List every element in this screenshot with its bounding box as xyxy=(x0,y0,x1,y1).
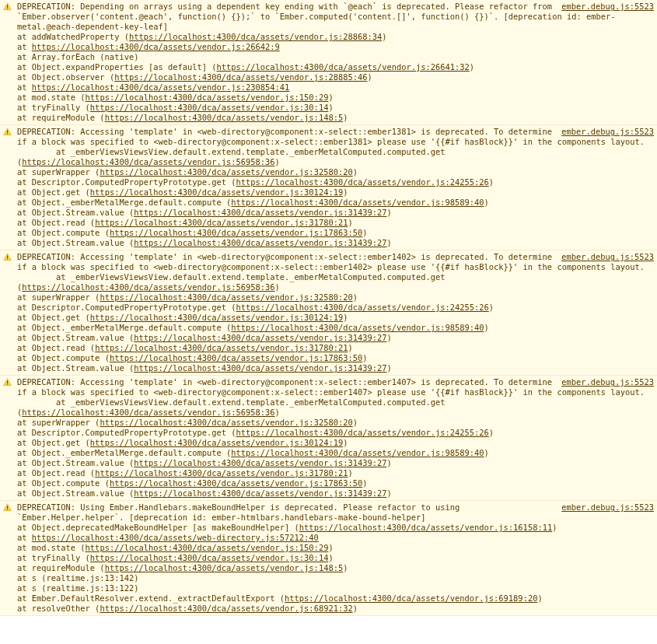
console-warning-entry: ember.debug.js:5523DEPRECATION: Accessin… xyxy=(0,376,657,501)
warning-icon xyxy=(3,2,12,11)
stack-link[interactable]: https://localhost:4300/dca/assets/vendor… xyxy=(105,563,344,572)
stack-frame: at _emberViewsViewsView.default.extend.t… xyxy=(17,272,654,292)
stack-fn: resolveOther xyxy=(32,604,90,613)
stack-link[interactable]: https://localhost:4300/dca/assets/vendor… xyxy=(134,363,386,373)
stack-fn: s (realtime.js:13:122) xyxy=(32,583,139,593)
stack-link[interactable]: https://localhost:4300/dca/assets/vendor… xyxy=(231,323,484,332)
stack-frame: at Object.compute (https://localhost:430… xyxy=(17,478,654,488)
stack-link[interactable]: https://localhost:4300/dca/assets/vendor… xyxy=(86,543,329,552)
svg-rect-1 xyxy=(7,5,8,7)
stack-frame: at s (realtime.js:13:142) xyxy=(17,573,654,583)
stack-link[interactable]: https://localhost:4300/dca/assets/vendor… xyxy=(110,478,362,488)
console-warning-entry: ember.debug.js:5523DEPRECATION: Accessin… xyxy=(0,250,657,376)
stack-fn: Object.compute xyxy=(32,353,100,362)
stack-link[interactable]: https://localhost:4300/dca/assets/vendor… xyxy=(236,428,489,437)
message-source-link[interactable]: ember.debug.js:5523 xyxy=(561,2,654,12)
console-warning-entry: ember.debug.js:5523DEPRECATION: Accessin… xyxy=(0,125,657,250)
stack-link[interactable]: https://localhost:4300/dca/assets/vendor… xyxy=(22,408,274,417)
stack-link[interactable]: https://localhost:4300/dca/assets/vendor… xyxy=(90,438,343,447)
stack-frame: at https://localhost:4300/dca/assets/ven… xyxy=(17,82,654,93)
svg-rect-14 xyxy=(7,509,8,510)
stack-link[interactable]: https://localhost:4300/dca/assets/vendor… xyxy=(134,208,386,217)
stack-frame: at Object.compute (https://localhost:430… xyxy=(17,228,654,238)
svg-rect-5 xyxy=(7,134,8,135)
stack-fn: s (realtime.js:13:142) xyxy=(32,573,139,583)
stack-link[interactable]: https://localhost:4300/dca/assets/vendor… xyxy=(299,523,552,532)
svg-rect-2 xyxy=(7,9,8,9)
stack-fn: Object.get xyxy=(32,438,81,447)
stack-link[interactable]: https://localhost:4300/dca/assets/vendor… xyxy=(32,82,290,92)
stack-link[interactable]: https://localhost:4300/dca/assets/vendor… xyxy=(32,42,280,51)
stack-link[interactable]: https://localhost:4300/dca/assets/vendor… xyxy=(100,418,352,427)
stack-link[interactable]: https://localhost:4300/dca/assets/vendor… xyxy=(236,303,489,312)
stack-link[interactable]: https://localhost:4300/dca/assets/web-di… xyxy=(32,533,319,542)
stack-frame: at tryFinally (https://localhost:4300/dc… xyxy=(17,103,654,113)
stack-frame: at s (realtime.js:13:122) xyxy=(17,583,654,593)
stack-link[interactable]: https://localhost:4300/dca/assets/vendor… xyxy=(22,282,274,292)
svg-rect-13 xyxy=(7,506,8,508)
message-source-link[interactable]: ember.debug.js:5523 xyxy=(561,127,654,137)
stack-fn: mod.state xyxy=(32,93,75,102)
stack-link[interactable]: https://localhost:4300/dca/assets/vendor… xyxy=(134,238,386,247)
stack-link[interactable]: https://localhost:4300/dca/assets/vendor… xyxy=(90,103,329,112)
console-panel: ember.debug.js:5523DEPRECATION: Dependin… xyxy=(0,0,657,616)
stack-link[interactable]: https://localhost:4300/dca/assets/vendor… xyxy=(100,167,352,177)
stack-fn: mod.state xyxy=(32,543,75,552)
stack-link[interactable]: https://localhost:4300/dca/assets/vendor… xyxy=(114,72,367,82)
stack-fn: Object.compute xyxy=(32,478,100,488)
stack-link[interactable]: https://localhost:4300/dca/assets/vendor… xyxy=(22,157,274,166)
stack-fn: addWatchedProperty xyxy=(32,32,120,41)
stack-fn: requireModule xyxy=(32,563,95,572)
stack-link[interactable]: https://localhost:4300/dca/assets/vendor… xyxy=(95,468,348,478)
stack-link[interactable]: https://localhost:4300/dca/assets/vendor… xyxy=(105,113,344,122)
stack-frame: at Ember.DefaultResolver.extend._extract… xyxy=(17,593,654,604)
stack-frame: at Object.Stream.value (https://localhos… xyxy=(17,488,654,499)
stack-frame: at tryFinally (https://localhost:4300/dc… xyxy=(17,553,654,563)
warning-icon xyxy=(3,253,12,261)
stack-frame: at addWatchedProperty (https://localhost… xyxy=(17,32,654,42)
stack-link[interactable]: https://localhost:4300/dca/assets/vendor… xyxy=(110,353,362,362)
stack-frame: at Object.get (https://localhost:4300/dc… xyxy=(17,313,654,323)
message-source-link[interactable]: ember.debug.js:5523 xyxy=(561,502,654,513)
stack-fn: Object.Stream.value xyxy=(32,458,124,467)
stack-link[interactable]: https://localhost:4300/dca/assets/vendor… xyxy=(231,198,484,207)
stack-frame: at Descriptor.ComputedPropertyPrototype.… xyxy=(17,177,654,187)
stack-link[interactable]: https://localhost:4300/dca/assets/vendor… xyxy=(285,593,537,603)
stack-link[interactable]: https://localhost:4300/dca/assets/vendor… xyxy=(86,93,329,102)
stack-fn: superWrapper xyxy=(32,167,90,177)
stack-frame: at Object._emberMetalMerge.default.compu… xyxy=(17,448,654,458)
warning-icon xyxy=(3,128,12,136)
stack-link[interactable]: https://localhost:4300/dca/assets/vendor… xyxy=(90,187,343,197)
stack-fn: Object.Stream.value xyxy=(32,488,124,498)
warning-icon xyxy=(3,378,12,387)
deprecation-message: DEPRECATION: Using Ember.Handlebars.make… xyxy=(17,502,654,523)
stack-link[interactable]: https://localhost:4300/dca/assets/vendor… xyxy=(231,448,484,457)
stack-frame: at Array.forEach (native) xyxy=(17,52,654,62)
stack-link[interactable]: https://localhost:4300/dca/assets/vendor… xyxy=(100,604,352,613)
stack-link[interactable]: https://localhost:4300/dca/assets/vendor… xyxy=(236,177,489,187)
stack-link[interactable]: https://localhost:4300/dca/assets/vendor… xyxy=(134,458,386,467)
stack-link[interactable]: https://localhost:4300/dca/assets/vendor… xyxy=(90,553,329,562)
stack-frame: at Object._emberMetalMerge.default.compu… xyxy=(17,198,654,208)
stack-frame: at mod.state (https://localhost:4300/dca… xyxy=(17,93,654,103)
stack-link[interactable]: https://localhost:4300/dca/assets/vendor… xyxy=(134,333,386,342)
stack-link[interactable]: https://localhost:4300/dca/assets/vendor… xyxy=(95,218,348,227)
stack-fn: Object._emberMetalMerge.default.compute xyxy=(32,448,222,457)
stack-link[interactable]: https://localhost:4300/dca/assets/vendor… xyxy=(110,228,362,237)
stack-frame: at Object.read (https://localhost:4300/d… xyxy=(17,343,654,353)
stack-fn: Descriptor.ComputedPropertyPrototype.get xyxy=(32,303,226,312)
stack-link[interactable]: https://localhost:4300/dca/assets/vendor… xyxy=(217,62,470,72)
stack-link[interactable]: https://localhost:4300/dca/assets/vendor… xyxy=(95,343,348,352)
stack-frame: at Object.get (https://localhost:4300/dc… xyxy=(17,438,654,448)
stack-fn: Object.get xyxy=(32,187,81,197)
stack-fn: Object.deprecatedMakeBoundHelper [as mak… xyxy=(32,523,290,532)
stack-link[interactable]: https://localhost:4300/dca/assets/vendor… xyxy=(100,292,352,302)
warning-icon xyxy=(3,128,12,136)
message-source-link[interactable]: ember.debug.js:5523 xyxy=(561,377,654,387)
stack-link[interactable]: https://localhost:4300/dca/assets/vendor… xyxy=(129,32,382,41)
stack-link[interactable]: https://localhost:4300/dca/assets/vendor… xyxy=(134,488,386,498)
stack-frame: at Object.Stream.value (https://localhos… xyxy=(17,458,654,468)
stack-link[interactable]: https://localhost:4300/dca/assets/vendor… xyxy=(90,313,343,322)
message-source-link[interactable]: ember.debug.js:5523 xyxy=(561,252,654,262)
stack-frame: at _emberViewsViewsView.default.extend.t… xyxy=(17,147,654,167)
